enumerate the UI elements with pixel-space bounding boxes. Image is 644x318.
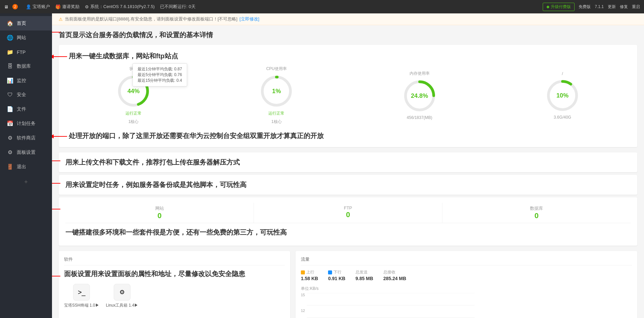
annotation-file-panel: 用来上传文件和下载文件，推荐打包上传在服务器解压方式 xyxy=(59,152,637,172)
sidebar-home-label: 首页 xyxy=(17,20,26,26)
traffic-total-recv: 总接收 285.24 MB xyxy=(383,269,406,281)
restart-link[interactable]: 重启 xyxy=(632,4,640,10)
database-icon: 🗄 xyxy=(7,63,13,69)
security-icon: 🛡 xyxy=(7,92,13,98)
annotation-generate: 用来一键生成数据库，网站和ftp站点 xyxy=(65,52,631,61)
stats-panel: 用来一键生成数据库，网站和ftp站点 最近1分钟平均负载: 0.87 最近5分钟… xyxy=(59,45,637,147)
sidebar-item-files[interactable]: 📄 文件 xyxy=(0,102,52,116)
alert-modify-link[interactable]: [立即修改] xyxy=(239,16,259,22)
arrow-home xyxy=(52,27,62,37)
upgrade-button[interactable]: ◆ 升级付费版 xyxy=(543,3,575,11)
software-item-linux[interactable]: ⚙ Linux工具箱 1.4▶ xyxy=(106,284,139,308)
schedule-icon: 📅 xyxy=(7,120,13,127)
notification-badge[interactable]: 2 xyxy=(12,4,18,9)
gauge-memory-value: 24.8% xyxy=(411,92,428,100)
sidebar-item-database[interactable]: 🗄 数据库 xyxy=(0,59,52,73)
sidebar-item-monitor[interactable]: 📊 监控 xyxy=(0,73,52,88)
gauge-cpu-status: 运行正常 xyxy=(268,111,284,116)
software-panel: 软件 面板设置用来设置面板的属性和地址，尽量修改以免安全隐患 >_ 宝塔SSH终… xyxy=(59,251,290,318)
panel-icon: ⚙ xyxy=(7,149,13,155)
arrow-generate xyxy=(52,52,69,62)
ftp-icon: 📁 xyxy=(7,49,13,55)
arrow-schedule xyxy=(52,178,62,188)
sidebar-item-appstore[interactable]: ⚙ 软件商店 xyxy=(0,131,52,145)
gauge-memory-label: 内存使用率 xyxy=(410,71,430,76)
gauge-disk-detail: 3.6G/40G xyxy=(554,115,571,120)
logo: 🖥 2 xyxy=(4,4,18,9)
home-icon: 🏠 xyxy=(7,20,13,26)
sidebar-files-label: 文件 xyxy=(17,106,26,112)
sidebar-item-logout[interactable]: 🚪 退出 xyxy=(0,160,52,174)
arrow-security xyxy=(52,131,69,141)
gauge-cpu-circle: 1% xyxy=(260,74,293,108)
y-label-12: 12 xyxy=(301,309,305,313)
quick-stats-panel: 网站 0 FTP 0 数据库 0 xyxy=(59,197,637,246)
sidebar-item-security[interactable]: 🛡 安全 xyxy=(0,88,52,102)
traffic-chart: 单位:KB/s 15 12 9 xyxy=(301,286,632,318)
appstore-icon: ⚙ xyxy=(7,135,13,141)
gauge-load-value: 44% xyxy=(127,88,140,95)
warning-icon: ⚠ xyxy=(59,17,63,22)
topbar: 🖥 2 👤 宝塔账户 🎁 邀请奖励 ⚙ 系统：CentOS 7.6.1810(P… xyxy=(0,0,644,13)
total-send-label: 总发送 xyxy=(356,269,373,275)
repair-link[interactable]: 修复 xyxy=(620,4,628,10)
tooltip-line1: 最近1分钟平均负载: 0.87 xyxy=(138,66,182,72)
uptime: 已不间断运行: 0天 xyxy=(160,4,195,10)
traffic-panel-title: 流量 xyxy=(301,256,632,265)
system-info: ⚙ 系统：CentOS 7.6.1810(Py2.7.5) xyxy=(85,4,155,10)
logout-icon: 🚪 xyxy=(7,164,13,170)
software-item-ssh[interactable]: >_ 宝塔SSH终端 1.0▶ xyxy=(64,284,99,308)
files-icon: 📄 xyxy=(7,106,13,112)
topbar-right: ◆ 升级付费版 免费版 7.1.1 更新 修复 重启 xyxy=(543,3,640,11)
bottom-row: 软件 面板设置用来设置面板的属性和地址，尽量修改以免安全隐患 >_ 宝塔SSH终… xyxy=(59,251,637,318)
software-panel-title: 软件 xyxy=(64,256,285,265)
ssh-label: 宝塔SSH终端 1.0▶ xyxy=(64,303,99,308)
gauge-cpu-cores: 1核心 xyxy=(271,119,282,125)
content-area: ⚠ 当前面板使用的是默认端口[8888],有安全隐患，请到面板设置中修改面板端口… xyxy=(52,13,644,318)
logo-icon: 🖥 xyxy=(4,4,8,9)
annotation-panel: 面板设置用来设置面板的属性和地址，尽量修改以免安全隐患 xyxy=(64,269,285,278)
monitor-icon: 📊 xyxy=(7,77,13,84)
total-recv-label: 总接收 xyxy=(383,269,406,275)
sidebar-appstore-label: 软件商店 xyxy=(17,135,36,141)
sidebar-item-panel[interactable]: ⚙ 面板设置 xyxy=(0,145,52,160)
arrow-appstore xyxy=(52,204,62,214)
update-link[interactable]: 更新 xyxy=(608,4,616,10)
qs-database-label: 数据库 xyxy=(445,205,628,211)
gauge-load-cores: 1核心 xyxy=(128,119,139,125)
sidebar-website-label: 网站 xyxy=(17,35,26,41)
gift-icon: 🎁 xyxy=(55,4,61,9)
tooltip-line3: 最近15分钟平均负载: 0.4 xyxy=(138,78,182,83)
sidebar-item-home[interactable]: 🏠 首页 xyxy=(0,16,52,30)
sidebar-add-button[interactable]: + xyxy=(0,175,52,189)
sidebar: 🏠 首页 🌐 网站 📁 FTP 🗄 数据库 📊 监控 🛡 安全 📄 文件 📅 xyxy=(0,13,52,318)
arrow-file xyxy=(52,156,62,166)
sidebar-item-schedule[interactable]: 📅 计划任务 xyxy=(0,116,52,131)
y-label-15: 15 xyxy=(301,293,305,297)
quick-stat-ftp: FTP 0 xyxy=(254,203,442,223)
ssh-icon: >_ xyxy=(73,284,90,301)
download-legend-dot xyxy=(328,270,332,274)
gear-icon: ⚙ xyxy=(85,4,89,9)
traffic-upload: 上行 1.58 KB xyxy=(301,269,318,281)
sidebar-item-ftp[interactable]: 📁 FTP xyxy=(0,45,52,59)
traffic-panel: 流量 上行 1.58 KB xyxy=(296,251,637,318)
quick-stats-row: 网站 0 FTP 0 数据库 0 xyxy=(65,203,631,223)
qs-website-value: 0 xyxy=(68,211,251,220)
load-tooltip: 最近1分钟平均负载: 0.87 最近5分钟平均负载: 0.76 最近15分钟平均… xyxy=(132,63,187,86)
user-account[interactable]: 👤 宝塔账户 xyxy=(26,4,50,10)
main-layout: 🏠 首页 🌐 网站 📁 FTP 🗄 数据库 📊 监控 🛡 安全 📄 文件 📅 xyxy=(0,13,644,318)
tooltip-line2: 最近5分钟平均负载: 0.76 xyxy=(138,72,182,78)
gauge-cpu: CPU使用率 1% 运行正常 1核心 xyxy=(208,66,344,125)
gauge-disk-label: / xyxy=(562,71,563,76)
free-version-label: 免费版 xyxy=(579,4,591,10)
gauge-memory-detail: 456/1837(MB) xyxy=(407,115,432,120)
sidebar-item-website[interactable]: 🌐 网站 xyxy=(0,30,52,45)
version-number: 7.1.1 xyxy=(595,4,604,9)
download-label: 下行 xyxy=(328,269,345,275)
linux-label: Linux工具箱 1.4▶ xyxy=(106,303,139,308)
quick-stat-database: 数据库 0 xyxy=(442,203,631,223)
chart-unit-label: 单位:KB/s xyxy=(301,286,632,292)
invite-reward[interactable]: 🎁 邀请奖励 xyxy=(55,4,79,10)
traffic-download: 下行 0.91 KB xyxy=(328,269,345,281)
